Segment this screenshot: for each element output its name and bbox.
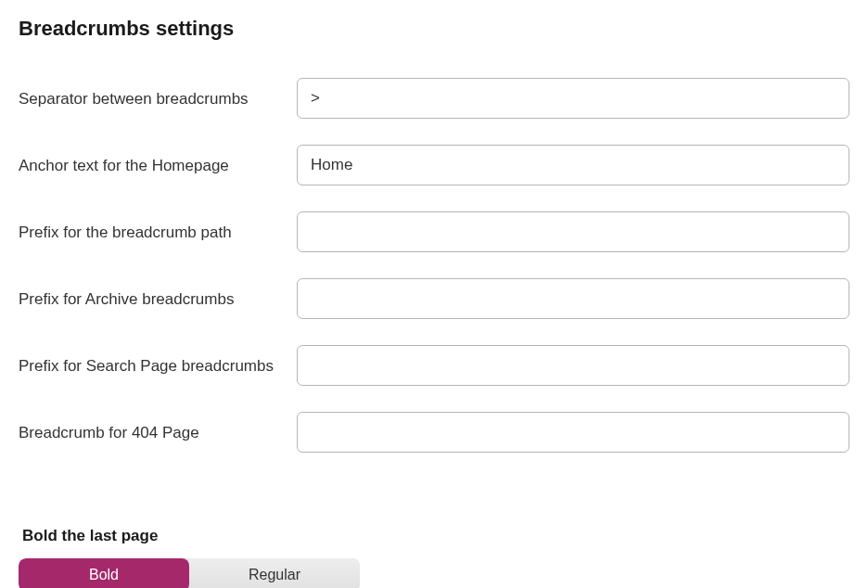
- breadcrumb-404-input[interactable]: [297, 412, 849, 453]
- page-title: Breadcrumbs settings: [19, 17, 849, 41]
- settings-form: Separator between breadcrumbs Anchor tex…: [19, 78, 849, 453]
- bold-section-label: Bold the last page: [19, 527, 849, 545]
- prefix-archive-label: Prefix for Archive breadcrumbs: [19, 278, 297, 312]
- prefix-path-input[interactable]: [297, 211, 849, 252]
- breadcrumb-404-label: Breadcrumb for 404 Page: [19, 412, 297, 445]
- bold-option-regular[interactable]: Regular: [189, 558, 360, 588]
- separator-input[interactable]: [297, 78, 849, 119]
- prefix-search-label: Prefix for Search Page breadcrumbs: [19, 345, 297, 378]
- bold-section: Bold the last page Bold Regular: [19, 527, 849, 588]
- prefix-search-input[interactable]: [297, 345, 849, 386]
- separator-label: Separator between breadcrumbs: [19, 78, 297, 111]
- bold-option-bold[interactable]: Bold: [19, 558, 189, 588]
- prefix-archive-input[interactable]: [297, 278, 849, 319]
- anchor-home-input[interactable]: [297, 145, 849, 185]
- bold-toggle: Bold Regular: [19, 558, 360, 588]
- prefix-path-label: Prefix for the breadcrumb path: [19, 211, 297, 245]
- anchor-home-label: Anchor text for the Homepage: [19, 145, 297, 178]
